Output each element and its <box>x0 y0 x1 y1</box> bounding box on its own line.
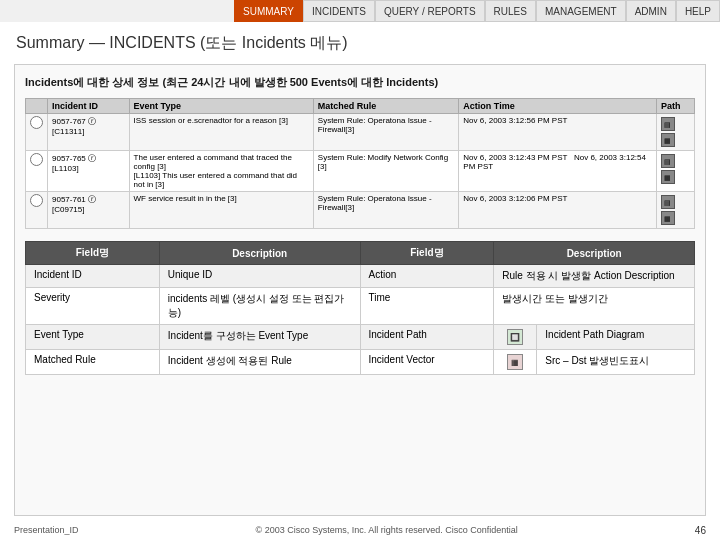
page-title: Summary — INCIDENTS (또는 Incidents 메뉴) <box>16 28 348 54</box>
row1-radio[interactable] <box>30 116 43 129</box>
path-icon-2b[interactable]: ▦ <box>661 170 675 184</box>
field-desc-matched-rule: Incident 생성에 적용된 Rule <box>159 350 360 375</box>
row2-radio[interactable] <box>30 153 43 166</box>
field-row-4: Matched Rule Incident 생성에 적용된 Rule Incid… <box>26 350 695 375</box>
row3-radio[interactable] <box>30 194 43 207</box>
field-desc-incident-vector: Src – Dst 발생빈도표시 <box>537 350 695 375</box>
action-time-2: Nov 6, 2003 3:12:43 PM PST Nov 6, 2003 3… <box>459 151 657 192</box>
field-desc-incident-path: Incident Path Diagram <box>537 325 695 350</box>
nav-summary[interactable]: SUMMARY <box>234 0 303 22</box>
matched-rule-2: System Rule: Modify Network Config [3] <box>313 151 459 192</box>
incident-id-1: 9057-767 ⓡ [C11311] <box>48 114 130 151</box>
field-name-incident-vector: Incident Vector <box>360 350 494 375</box>
action-time-1: Nov 6, 2003 3:12:56 PM PST <box>459 114 657 151</box>
field-row-1: Incident ID Unique ID Action Rule 적용 시 발… <box>26 265 695 288</box>
col-action-time: Action Time <box>459 99 657 114</box>
field-name-incident-id: Incident ID <box>26 265 160 288</box>
path-diagram-icon: 🔲 <box>507 329 523 345</box>
col-desc2: Description <box>494 242 695 265</box>
incident-vector-icon: ▦ <box>494 350 537 375</box>
field-name-severity: Severity <box>26 288 160 325</box>
footer: Presentation_ID © 2003 Cisco Systems, In… <box>14 525 706 536</box>
top-navigation: SUMMARY INCIDENTS QUERY / REPORTS RULES … <box>0 0 720 22</box>
title-sub: INCIDENTS (또는 Incidents 메뉴) <box>109 34 347 51</box>
matched-rule-3: System Rule: Operatona Issue - Firewall[… <box>313 192 459 229</box>
field-desc-event-type: Incident를 구성하는 Event Type <box>159 325 360 350</box>
footer-presentation-id: Presentation_ID <box>14 525 79 536</box>
field-name-action: Action <box>360 265 494 288</box>
nav-management[interactable]: MANAGEMENT <box>536 0 626 22</box>
field-desc-incident-id: Unique ID <box>159 265 360 288</box>
main-content: Incidents에 대한 상세 정보 (최근 24시간 내에 발생한 500 … <box>14 64 706 516</box>
table-row: 9057-761 ⓡ [C09715] WF service result in… <box>26 192 695 229</box>
nav-query-reports[interactable]: QUERY / REPORTS <box>375 0 485 22</box>
footer-copyright: © 2003 Cisco Systems, Inc. All rights re… <box>256 525 518 536</box>
path-icon-1b[interactable]: ▦ <box>661 133 675 147</box>
field-name-incident-path: Incident Path <box>360 325 494 350</box>
field-name-matched-rule: Matched Rule <box>26 350 160 375</box>
incident-id-2: 9057-765 ⓡ [L1103] <box>48 151 130 192</box>
event-type-1: ISS session or e.screnadtor for a reason… <box>129 114 313 151</box>
path-icon-2a[interactable]: ▤ <box>661 154 675 168</box>
col-path: Path <box>656 99 694 114</box>
col-desc1: Description <box>159 242 360 265</box>
table-row: 9057-767 ⓡ [C11311] ISS session or e.scr… <box>26 114 695 151</box>
event-type-3: WF service result in in the [3] <box>129 192 313 229</box>
col-field2: Field명 <box>360 242 494 265</box>
path-2: ▤ ▦ <box>656 151 694 192</box>
field-name-time: Time <box>360 288 494 325</box>
col-event-type: Event Type <box>129 99 313 114</box>
field-description-table: Field명 Description Field명 Description In… <box>25 241 695 375</box>
field-name-event-type: Event Type <box>26 325 160 350</box>
col-select <box>26 99 48 114</box>
col-matched-rule: Matched Rule <box>313 99 459 114</box>
title-main: Summary — <box>16 34 109 51</box>
path-icon-3b[interactable]: ▦ <box>661 211 675 225</box>
incidents-table: Incident ID Event Type Matched Rule Acti… <box>25 98 695 229</box>
path-icon-1a[interactable]: ▤ <box>661 117 675 131</box>
field-row-3: Event Type Incident를 구성하는 Event Type Inc… <box>26 325 695 350</box>
table-row: 9057-765 ⓡ [L1103] The user entered a co… <box>26 151 695 192</box>
footer-page-number: 46 <box>695 525 706 536</box>
matched-rule-1: System Rule: Operatona Issue - Firewall[… <box>313 114 459 151</box>
field-desc-time: 발생시간 또는 발생기간 <box>494 288 695 325</box>
incident-id-3: 9057-761 ⓡ [C09715] <box>48 192 130 229</box>
nav-rules[interactable]: RULES <box>485 0 536 22</box>
col-field1: Field명 <box>26 242 160 265</box>
path-1: ▤ ▦ <box>656 114 694 151</box>
field-row-2: Severity incidents 레벨 (생성시 설정 또는 편집가능) T… <box>26 288 695 325</box>
col-incident-id: Incident ID <box>48 99 130 114</box>
incident-path-icon: 🔲 <box>494 325 537 350</box>
field-desc-severity: incidents 레벨 (생성시 설정 또는 편집가능) <box>159 288 360 325</box>
nav-help[interactable]: HELP <box>676 0 720 22</box>
nav-incidents[interactable]: INCIDENTS <box>303 0 375 22</box>
section-heading: Incidents에 대한 상세 정보 (최근 24시간 내에 발생한 500 … <box>25 75 695 90</box>
path-icon-3a[interactable]: ▤ <box>661 195 675 209</box>
nav-admin[interactable]: ADMIN <box>626 0 676 22</box>
field-desc-action: Rule 적용 시 발생할 Action Description <box>494 265 695 288</box>
vector-icon: ▦ <box>507 354 523 370</box>
event-type-2: The user entered a command that traced t… <box>129 151 313 192</box>
path-3: ▤ ▦ <box>656 192 694 229</box>
action-time-3: Nov 6, 2003 3:12:06 PM PST <box>459 192 657 229</box>
